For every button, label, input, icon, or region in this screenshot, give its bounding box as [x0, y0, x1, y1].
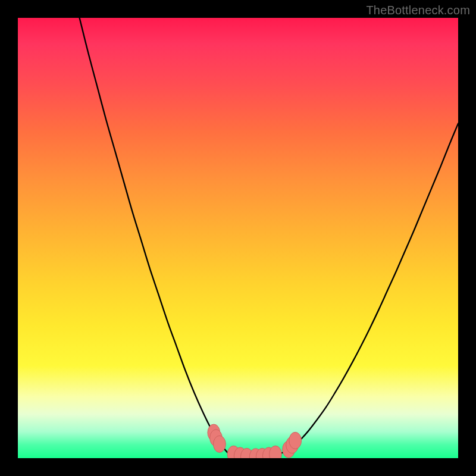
- chart-frame: TheBottleneck.com: [0, 0, 476, 476]
- bottleneck-curve: [80, 18, 458, 457]
- curve-layer: [18, 18, 458, 458]
- curve-marker: [214, 436, 226, 452]
- curve-marker: [289, 432, 302, 449]
- plot-area: [18, 18, 458, 458]
- watermark-text: TheBottleneck.com: [366, 4, 470, 17]
